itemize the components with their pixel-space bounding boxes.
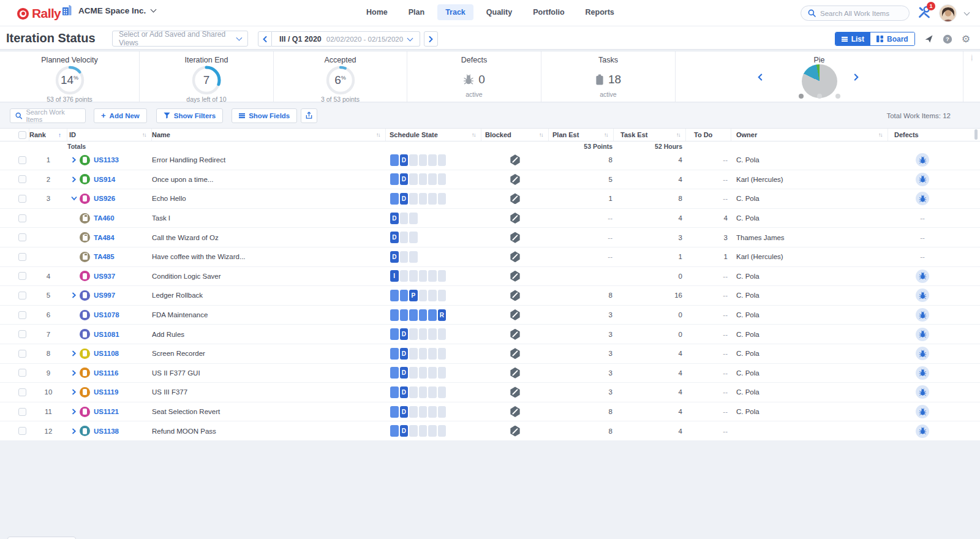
next-iteration-button[interactable] — [424, 31, 438, 47]
schedule-state-pill[interactable]: D — [390, 213, 399, 224]
user-avatar[interactable] — [939, 4, 957, 22]
col-header-task-est[interactable]: Task Est↑↓ — [614, 129, 686, 141]
schedule-state-pill[interactable] — [419, 309, 428, 321]
not-blocked-icon[interactable] — [510, 329, 521, 340]
schedule-state-pill[interactable] — [419, 328, 428, 340]
defects-button[interactable] — [916, 366, 929, 380]
schedule-state-pill[interactable] — [390, 154, 399, 166]
defects-button[interactable] — [916, 192, 929, 205]
schedule-state-pill[interactable] — [409, 406, 418, 418]
schedule-state-pill[interactable]: I — [390, 270, 399, 282]
defects-button[interactable] — [916, 270, 929, 283]
schedule-state-pill[interactable] — [428, 367, 437, 379]
work-item-link[interactable]: US1119 — [94, 388, 118, 396]
schedule-state-pill[interactable] — [438, 386, 447, 398]
schedule-state-pill[interactable] — [409, 213, 418, 224]
select-all-checkbox[interactable] — [18, 131, 26, 139]
schedule-state-pill[interactable] — [438, 193, 447, 205]
schedule-state-pill[interactable] — [390, 173, 399, 185]
work-item-link[interactable]: US926 — [94, 195, 115, 202]
schedule-state-pill[interactable] — [419, 173, 428, 185]
show-filters-button[interactable]: Show Filters — [156, 108, 223, 123]
nav-tab-track[interactable]: Track — [437, 4, 473, 20]
defects-button[interactable] — [916, 385, 929, 399]
schedule-state-pill[interactable] — [428, 348, 437, 360]
schedule-state-pill[interactable] — [419, 406, 428, 418]
schedule-state-pill[interactable]: D — [400, 367, 409, 379]
schedule-state-pill[interactable] — [428, 386, 437, 398]
schedule-state-pill[interactable] — [438, 328, 447, 340]
chart-page-dot[interactable] — [835, 94, 840, 99]
row-checkbox[interactable] — [18, 214, 26, 222]
schedule-state-pill[interactable] — [400, 232, 409, 243]
schedule-state-pill[interactable] — [390, 328, 399, 340]
schedule-state-pill[interactable] — [409, 154, 418, 166]
col-header-name[interactable]: Name↑↓ — [152, 129, 386, 141]
sort-icon[interactable]: ↑↓ — [142, 132, 146, 138]
work-item-link[interactable]: US1078 — [94, 311, 119, 318]
schedule-state-pill[interactable] — [390, 367, 399, 379]
row-checkbox[interactable] — [18, 311, 26, 319]
schedule-state-pill[interactable]: D — [400, 425, 409, 437]
row-checkbox[interactable] — [18, 292, 26, 300]
expand-chevron-icon[interactable] — [69, 426, 80, 436]
workspace-switcher[interactable]: ACME Space Inc. — [61, 5, 156, 16]
pie-prev-button[interactable] — [757, 72, 763, 83]
schedule-state-pill[interactable] — [438, 425, 447, 437]
global-search-input[interactable]: Search All Work Items — [801, 6, 910, 21]
work-item-link[interactable]: US1138 — [94, 428, 119, 435]
defects-button[interactable] — [916, 288, 929, 302]
schedule-state-pill[interactable]: D — [400, 193, 409, 205]
expand-chevron-icon[interactable] — [69, 407, 80, 417]
schedule-state-pill[interactable] — [428, 173, 437, 185]
schedule-state-pill[interactable] — [419, 425, 428, 437]
schedule-state-pill[interactable]: D — [400, 386, 409, 398]
pin-page-button[interactable] — [924, 34, 933, 43]
nav-tab-portfolio[interactable]: Portfolio — [525, 4, 572, 20]
not-blocked-icon[interactable] — [510, 232, 521, 243]
work-item-name[interactable]: Screen Recorder — [152, 350, 205, 357]
row-checkbox[interactable] — [18, 272, 26, 280]
prev-iteration-button[interactable] — [258, 31, 272, 47]
schedule-state-pill[interactable] — [409, 309, 418, 321]
schedule-state-pill[interactable] — [419, 386, 428, 398]
schedule-state-pill[interactable] — [400, 309, 409, 321]
tools-button[interactable]: 1 — [918, 6, 931, 21]
col-header-to-do[interactable]: To Do — [686, 129, 731, 141]
defects-button[interactable] — [916, 153, 929, 167]
work-item-name[interactable]: US II F377 GUI — [152, 369, 200, 377]
row-checkbox[interactable] — [18, 408, 26, 416]
iteration-selector[interactable]: III / Q1 2020 02/02/2020 - 02/15/2020 — [272, 31, 420, 47]
schedule-state-pill[interactable] — [409, 367, 418, 379]
work-item-name[interactable]: Once upon a time... — [152, 176, 213, 183]
schedule-state-pill[interactable] — [409, 386, 418, 398]
schedule-state-pill[interactable] — [419, 367, 428, 379]
schedule-state-pill[interactable] — [409, 348, 418, 360]
defects-button[interactable] — [916, 405, 929, 418]
schedule-state-pill[interactable] — [438, 154, 447, 166]
schedule-state-pill[interactable] — [409, 425, 418, 437]
schedule-state-pill[interactable]: D — [400, 348, 409, 360]
schedule-state-pill[interactable] — [438, 406, 447, 418]
schedule-state-pill[interactable] — [428, 309, 437, 321]
sort-icon[interactable]: ↑↓ — [472, 132, 475, 138]
schedule-state-pill[interactable] — [409, 328, 418, 340]
schedule-state-pill[interactable] — [419, 270, 428, 282]
expand-chevron-icon[interactable] — [69, 290, 80, 300]
expand-chevron-icon[interactable] — [69, 155, 80, 165]
not-blocked-icon[interactable] — [510, 271, 521, 282]
chart-page-dot[interactable] — [817, 94, 822, 99]
schedule-state-pill[interactable] — [419, 290, 428, 301]
row-checkbox[interactable] — [18, 330, 26, 338]
schedule-state-pill[interactable]: D — [400, 328, 409, 340]
col-header-blocked[interactable]: Blocked↑↓ — [481, 129, 549, 141]
help-button[interactable]: ? — [943, 34, 952, 44]
add-new-button[interactable]: + Add New — [94, 108, 147, 123]
show-fields-button[interactable]: Show Fields — [232, 108, 297, 123]
schedule-state-pill[interactable] — [390, 348, 399, 360]
not-blocked-icon[interactable] — [510, 426, 521, 437]
sort-icon[interactable]: ↑↓ — [676, 132, 680, 138]
schedule-state-pill[interactable] — [438, 270, 447, 282]
not-blocked-icon[interactable] — [510, 213, 521, 224]
collapse-chevron-icon[interactable] — [69, 194, 80, 203]
